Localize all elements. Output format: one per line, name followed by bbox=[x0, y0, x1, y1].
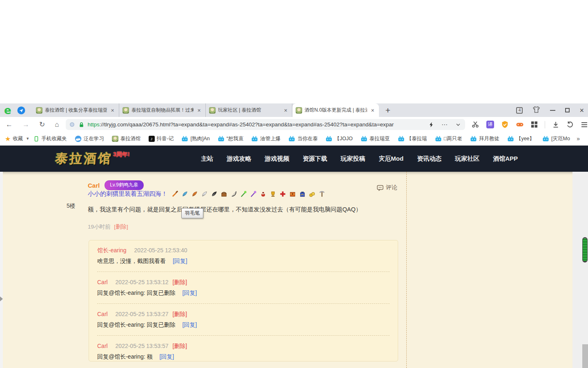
favorites-caret-icon[interactable]: ▼ bbox=[26, 137, 29, 141]
security-shield-icon[interactable] bbox=[501, 121, 509, 128]
tab-bar: e 泰拉酒馆 | 收集分享泰拉瑞亚1 × 泰拉瑞亚自制物品拓展！过来 × 玩家社… bbox=[0, 103, 588, 117]
apps-grid-icon[interactable] bbox=[531, 121, 538, 128]
comment-delete-link[interactable]: [删除] bbox=[172, 311, 187, 317]
tab-close-icon[interactable]: × bbox=[370, 107, 375, 114]
bookmark-item[interactable]: 泰拉瑞亚 bbox=[361, 135, 390, 142]
comment-item: 馆长-earing 2022-05-25 12:53:40 啥意思，没懂，截图我… bbox=[97, 247, 390, 265]
bookmark-item[interactable]: 油管上爆 bbox=[251, 135, 281, 142]
comment-delete-link[interactable]: [删除] bbox=[172, 279, 187, 285]
download-icon[interactable] bbox=[552, 121, 559, 128]
lightning-quick-icon[interactable] bbox=[428, 121, 434, 128]
nav-item-news[interactable]: 资讯动态 bbox=[417, 155, 441, 163]
bilibili-icon bbox=[398, 136, 405, 142]
toolbar-divider bbox=[545, 121, 545, 128]
screenshot-scissors-icon[interactable] bbox=[472, 121, 479, 128]
comment-button[interactable]: 评论 bbox=[377, 184, 397, 191]
site-logo[interactable]: 泰拉酒馆 3周年! bbox=[55, 150, 129, 167]
bookmark-item[interactable]: “恕我直 bbox=[218, 135, 244, 142]
nav-item-app[interactable]: 酒馆APP bbox=[493, 155, 518, 163]
comment-item: Carl 2022-05-25 13:53:57 [删除] 回复@馆长-eari… bbox=[97, 343, 390, 361]
comment-time: 2022-05-25 12:53:40 bbox=[134, 247, 187, 254]
theme-shirt-icon[interactable] bbox=[532, 106, 540, 115]
tab-close-icon[interactable]: × bbox=[196, 107, 202, 114]
restore-session-icon[interactable] bbox=[566, 121, 574, 128]
comment-separator bbox=[97, 335, 390, 336]
reply-link[interactable]: [回复] bbox=[182, 289, 197, 296]
nav-item-videos[interactable]: 游戏视频 bbox=[265, 155, 289, 163]
nav-item-guides[interactable]: 游戏攻略 bbox=[227, 155, 251, 163]
scroll-progress-indicator[interactable] bbox=[582, 237, 588, 263]
bookmark-mobile-favorites[interactable]: 手机收藏夹 bbox=[33, 135, 67, 142]
nav-item-community[interactable]: 玩家社区 bbox=[455, 155, 479, 163]
translate-icon[interactable]: 译 bbox=[486, 121, 494, 128]
reload-button[interactable]: ↻ bbox=[39, 121, 45, 129]
nav-item-downloads[interactable]: 资源下载 bbox=[303, 155, 327, 163]
comment-text: 回复@馆长-earing: 回复已删除 bbox=[97, 321, 176, 328]
forward-button[interactable]: → bbox=[22, 121, 29, 129]
bookmark-item[interactable]: 【泰拉瑞 bbox=[398, 135, 427, 142]
reply-link[interactable]: [回复] bbox=[173, 258, 187, 264]
tab-close-icon[interactable]: × bbox=[109, 107, 115, 114]
bookmark-item[interactable]: 【JOJO bbox=[325, 135, 352, 142]
forum-content: 5楼 Carl Lv.9鹤鸣九皋 小小的刺猬里装着五湖四海！ bbox=[0, 172, 588, 368]
comment-author[interactable]: Carl bbox=[97, 343, 108, 349]
paintbrush-icon bbox=[172, 191, 178, 197]
browser-tab-4-active[interactable]: 酒馆N.0版本更新完成 | 泰拉酒 × bbox=[292, 103, 379, 117]
menu-hamburger-icon[interactable] bbox=[581, 121, 588, 128]
bookmark-item[interactable]: [灾厄Mo bbox=[542, 135, 570, 142]
white-feather-icon bbox=[201, 191, 208, 197]
bookmark-item[interactable]: 当你在泰 bbox=[288, 135, 318, 142]
bookmark-item[interactable]: 泛在学习 bbox=[75, 135, 104, 142]
bookmark-item[interactable]: □两只老 bbox=[435, 135, 462, 142]
window-controls: 4 × bbox=[516, 103, 584, 117]
bilibili-icon bbox=[288, 136, 295, 142]
tab-title: 泰拉瑞亚自制物品拓展！过来 bbox=[131, 107, 194, 114]
new-tab-button[interactable]: + bbox=[385, 105, 390, 115]
comment-author[interactable]: Carl bbox=[97, 279, 108, 285]
right-gutter bbox=[572, 172, 588, 368]
bookmark-item[interactable]: 拜月教徒 bbox=[470, 135, 499, 142]
site-navbar: 泰拉酒馆 3周年! 主站 游戏攻略 游戏视频 资源下载 玩家投稿 灾厄Mod 资… bbox=[0, 146, 588, 172]
minimize-button[interactable] bbox=[550, 110, 555, 111]
speech-bubble-icon bbox=[377, 185, 383, 191]
anniversary-badge: 3周年! bbox=[113, 151, 129, 158]
scrollbar-thumb[interactable] bbox=[582, 344, 588, 368]
bookmark-item[interactable]: ♪ 抖音-记 bbox=[149, 135, 174, 142]
browser-tab-2[interactable]: 泰拉瑞亚自制物品拓展！过来 × bbox=[119, 103, 206, 117]
post-author[interactable]: Carl bbox=[88, 182, 100, 189]
bookmarks-overflow-icon[interactable]: » bbox=[577, 135, 580, 142]
more-actions-icon[interactable]: ⋯ bbox=[441, 121, 448, 128]
browser-tab-1[interactable]: 泰拉酒馆 | 收集分享泰拉瑞亚1 × bbox=[33, 103, 119, 117]
bookmark-item[interactable]: 【yee】 bbox=[507, 135, 535, 142]
bilibili-icon bbox=[325, 136, 332, 142]
comment-separator bbox=[97, 272, 390, 272]
home-button[interactable]: ⌂ bbox=[55, 121, 59, 129]
nav-item-main[interactable]: 主站 bbox=[201, 155, 213, 163]
bookmark-item[interactable]: 泰拉酒馆 bbox=[112, 135, 141, 142]
url-text[interactable]: https://tlryjg.com/qaaa/20675.html?ta=ex… bbox=[88, 121, 425, 128]
favorites-label[interactable]: 收藏 bbox=[13, 135, 23, 142]
comment-delete-link[interactable]: [删除] bbox=[172, 343, 187, 349]
favorites-star-icon[interactable]: ★ bbox=[5, 135, 11, 143]
tab-close-icon[interactable]: × bbox=[283, 107, 288, 114]
address-bar[interactable]: https://tlryjg.com/qaaa/20675.html?ta=ex… bbox=[66, 119, 465, 130]
bookmark-item[interactable]: [熟肉]An bbox=[181, 135, 209, 142]
browser-360-logo-icon[interactable]: e bbox=[4, 105, 11, 116]
side-panel-expand-icon[interactable] bbox=[0, 296, 3, 301]
nav-item-calamity-mod[interactable]: 灾厄Mod bbox=[379, 155, 403, 163]
comment-author[interactable]: 馆长-earing bbox=[97, 247, 127, 254]
close-window-button[interactable]: × bbox=[579, 107, 584, 114]
comment-author[interactable]: Carl bbox=[97, 311, 108, 317]
navigator-badge-icon[interactable] bbox=[17, 106, 25, 114]
browser-tab-3[interactable]: 玩家社区 | 泰拉酒馆 × bbox=[206, 103, 292, 117]
post-delete-link[interactable]: [删除] bbox=[114, 224, 128, 230]
site-info-icon[interactable] bbox=[70, 122, 74, 127]
tab-count-badge[interactable]: 4 bbox=[516, 107, 523, 114]
game-center-icon[interactable] bbox=[516, 121, 524, 128]
maximize-button[interactable] bbox=[565, 108, 570, 112]
back-button[interactable]: ← bbox=[6, 121, 13, 129]
reply-link[interactable]: [回复] bbox=[159, 353, 174, 360]
chevron-down-icon[interactable] bbox=[455, 122, 461, 128]
reply-link[interactable]: [回复] bbox=[182, 321, 197, 328]
nav-item-submissions[interactable]: 玩家投稿 bbox=[341, 155, 365, 163]
